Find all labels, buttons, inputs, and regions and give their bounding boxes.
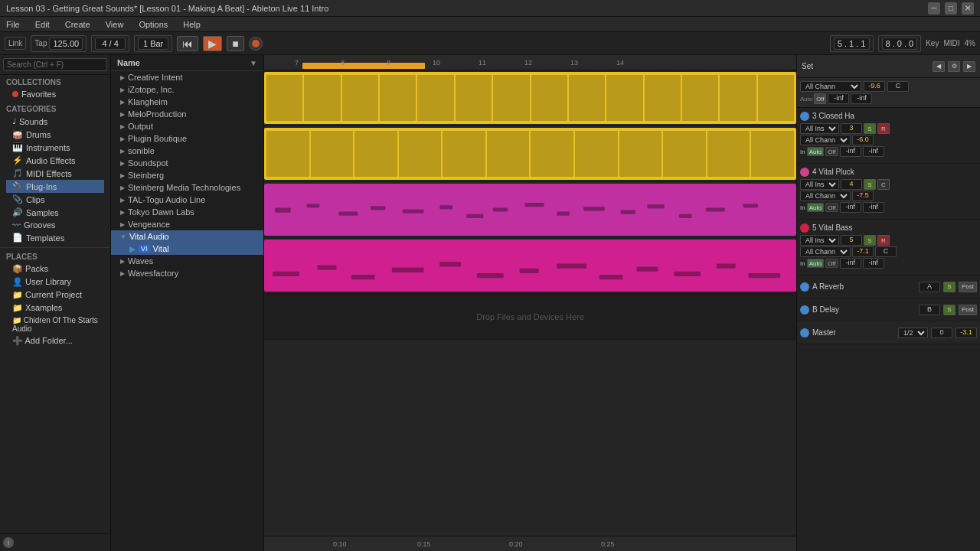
sidebar-item-audio-effects[interactable]: ⚡ Audio Effects <box>6 154 104 167</box>
send-b-post-btn[interactable]: Post <box>959 305 977 315</box>
sidebar-item-templates[interactable]: 📄 Templates <box>6 231 104 244</box>
track-3-channel2-select[interactable]: All Chann <box>800 135 851 145</box>
track-5-channel2-select[interactable]: All Chann <box>800 246 851 257</box>
menu-edit[interactable]: Edit <box>32 20 53 29</box>
file-item-sonible[interactable]: ▶ sonible <box>111 145 263 157</box>
master-val[interactable]: 0 <box>931 328 952 338</box>
window-controls[interactable]: ─ □ ✕ <box>928 2 974 15</box>
track-3-solo-btn[interactable]: S <box>864 123 876 134</box>
clip-2[interactable] <box>264 128 796 180</box>
menu-help[interactable]: Help <box>180 20 204 29</box>
track-5-channel-select[interactable]: All Ins <box>800 235 839 246</box>
master-volume[interactable]: -9.6 <box>864 81 885 92</box>
search-input[interactable] <box>3 58 107 71</box>
clip-1[interactable] <box>264 72 796 124</box>
track-content-2[interactable] <box>264 126 796 181</box>
file-item-vengeance[interactable]: ▶ Vengeance <box>111 218 263 230</box>
places-chidren[interactable]: 📁 Chidren Of The Starts Audio <box>6 315 104 334</box>
back-to-start-button[interactable]: ⏮ <box>177 36 198 51</box>
sidebar-item-sounds[interactable]: ♩ Sounds <box>6 115 104 128</box>
track-3-rec-btn[interactable]: R <box>877 123 890 134</box>
clip-4[interactable] <box>264 240 796 292</box>
position-value[interactable]: 5 . 1 . 1 <box>834 37 870 50</box>
menu-view[interactable]: View <box>103 20 127 29</box>
sidebar-item-clips[interactable]: 📎 Clips <box>6 193 104 206</box>
track-4-off-btn[interactable]: Off <box>825 203 838 212</box>
send-a-value[interactable]: A <box>919 282 940 292</box>
play-button[interactable]: ▶ <box>203 36 222 51</box>
track-5-volume[interactable]: 5 <box>841 235 862 246</box>
master-off-btn[interactable]: Off <box>814 93 826 104</box>
file-item-steinberg-media[interactable]: ▶ Steinberg Media Technologies <box>111 181 263 194</box>
master-channel-select[interactable]: All Chann <box>800 81 861 92</box>
end-position-value[interactable]: 8 . 0 . 0 <box>882 37 918 50</box>
sidebar-item-instruments[interactable]: 🎹 Instruments <box>6 141 104 154</box>
track-content-1[interactable] <box>264 70 796 126</box>
track-4-pan[interactable]: -7.5 <box>852 191 874 201</box>
track-3-auto-btn[interactable]: Auto <box>807 147 824 156</box>
track-3-pan[interactable]: -6.0 <box>852 135 874 145</box>
minimize-button[interactable]: ─ <box>928 2 940 15</box>
file-item-wavesfactory[interactable]: ▶ Wavesfactory <box>111 267 263 279</box>
track-5-off-btn[interactable]: Off <box>825 259 838 268</box>
file-item-melo[interactable]: ▶ MeloProduction <box>111 108 263 120</box>
file-item-output[interactable]: ▶ Output <box>111 120 263 132</box>
track-5-solo-btn[interactable]: S <box>864 235 876 246</box>
master-fraction-select[interactable]: 1/2 <box>898 328 928 338</box>
mixer-more-btn[interactable]: ▶ <box>963 61 975 72</box>
track-4-channel2-select[interactable]: All Chann <box>800 191 851 201</box>
file-item-soundspot[interactable]: ▶ Soundspot <box>111 157 263 169</box>
track-5-rec-btn[interactable]: R <box>877 235 890 246</box>
file-item-tal[interactable]: ▶ TAL-Togu Audio Line <box>111 194 263 206</box>
track-3-channel-select[interactable]: All Ins <box>800 123 839 134</box>
maximize-button[interactable]: □ <box>945 2 957 15</box>
mixer-settings-btn[interactable]: ⚙ <box>948 61 960 72</box>
file-item-vital-audio[interactable]: ▼ Vital Audio <box>111 230 263 243</box>
places-add-folder[interactable]: ➕ Add Folder... <box>6 334 104 347</box>
file-item-creative-intent[interactable]: ▶ Creative Intent <box>111 71 263 83</box>
places-current-project[interactable]: 📁 Current Project <box>6 289 104 302</box>
sidebar-item-plug-ins[interactable]: 🔌 Plug-Ins <box>6 180 104 193</box>
file-item-waves[interactable]: ▶ Waves <box>111 255 263 267</box>
close-button[interactable]: ✕ <box>962 2 974 15</box>
mixer-collapse-btn[interactable]: ◀ <box>933 61 945 72</box>
file-item-izotope[interactable]: ▶ iZotope, Inc. <box>111 83 263 96</box>
sidebar-item-grooves[interactable]: 〰 Grooves <box>6 219 104 231</box>
track-3-volume[interactable]: 3 <box>841 123 862 134</box>
places-packs[interactable]: 📦 Packs <box>6 262 104 276</box>
bar-value[interactable]: 1 Bar <box>138 37 168 50</box>
send-b-value[interactable]: B <box>919 305 940 315</box>
key-label[interactable]: Key <box>926 39 939 47</box>
midi-label[interactable]: MIDI <box>943 39 959 47</box>
sidebar-item-samples[interactable]: 🔊 Samples <box>6 206 104 219</box>
track-4-volume[interactable]: 4 <box>841 179 862 190</box>
track-4-auto-btn[interactable]: Auto <box>807 203 824 212</box>
send-a-post-btn[interactable]: Post <box>959 282 977 292</box>
file-item-tokyo[interactable]: ▶ Tokyo Dawn Labs <box>111 206 263 218</box>
sidebar-item-favorites[interactable]: Favorites <box>6 88 104 100</box>
bpm-value[interactable]: 125.00 <box>49 37 83 50</box>
time-sig-value[interactable]: 4 / 4 <box>95 37 126 50</box>
file-item-klangheim[interactable]: ▶ Klangheim <box>111 96 263 108</box>
file-item-plugin-boutique[interactable]: ▶ Plugin Boutique <box>111 132 263 145</box>
send-b-solo-btn[interactable]: S <box>943 305 956 315</box>
track-content-3[interactable] <box>264 182 796 237</box>
playhead-range[interactable] <box>302 63 425 69</box>
menu-options[interactable]: Options <box>136 20 171 29</box>
master-pan[interactable]: C <box>887 81 909 92</box>
sort-icon[interactable]: ▼ <box>250 59 257 67</box>
places-user-library[interactable]: 👤 User Library <box>6 276 104 289</box>
track-5-pan[interactable]: -7.1 <box>852 246 874 257</box>
record-button[interactable] <box>249 37 263 51</box>
drop-zone[interactable]: Drop Files and Devices Here <box>264 294 796 339</box>
file-item-vital[interactable]: ▶ VI Vital <box>111 243 263 255</box>
file-item-steinberg[interactable]: ▶ Steinberg <box>111 169 263 181</box>
track-4-channel-select[interactable]: All Ins <box>800 179 839 190</box>
clip-3[interactable] <box>264 184 796 236</box>
track-4-pan-btn[interactable]: C <box>877 179 890 190</box>
track-content-4[interactable] <box>264 238 796 293</box>
send-a-solo-btn[interactable]: S <box>943 282 956 292</box>
track-5-pan2[interactable]: C <box>875 246 897 257</box>
menu-create[interactable]: Create <box>62 20 93 29</box>
master-db[interactable]: -3.1 <box>956 328 977 338</box>
